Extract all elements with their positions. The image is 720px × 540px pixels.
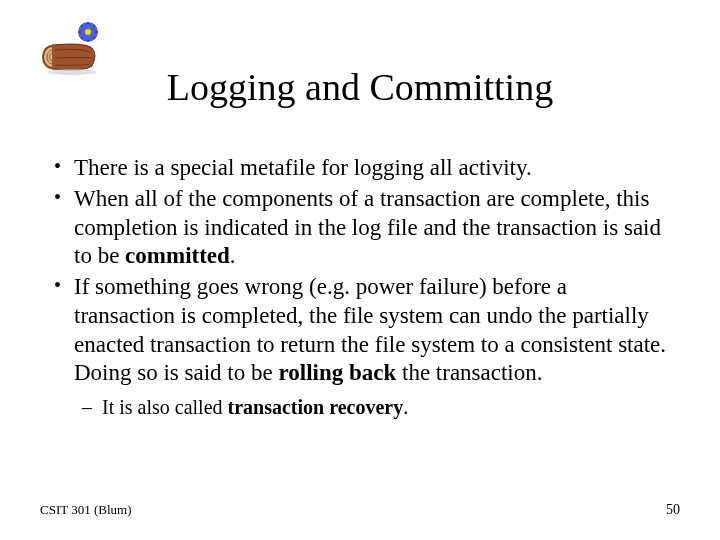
bullet-text: the transaction. bbox=[396, 360, 542, 385]
log-icon bbox=[40, 20, 110, 75]
slide-content: There is a special metafile for logging … bbox=[40, 154, 680, 420]
svg-point-1 bbox=[85, 29, 91, 35]
sub-bullet-item: It is also called transaction recovery. bbox=[50, 394, 670, 420]
bold-term: rolling back bbox=[278, 360, 396, 385]
bold-term: committed bbox=[125, 243, 230, 268]
slide-container: Logging and Committing There is a specia… bbox=[0, 0, 720, 540]
bullet-item: There is a special metafile for logging … bbox=[50, 154, 670, 183]
bullet-text: . bbox=[230, 243, 236, 268]
footer-course: CSIT 301 (Blum) bbox=[40, 502, 132, 518]
bullet-list: There is a special metafile for logging … bbox=[50, 154, 670, 388]
bullet-item: If something goes wrong (e.g. power fail… bbox=[50, 273, 670, 388]
footer-page-number: 50 bbox=[666, 502, 680, 518]
sub-bullet-text: . bbox=[403, 396, 408, 418]
slide-title: Logging and Committing bbox=[40, 65, 680, 109]
svg-point-6 bbox=[47, 69, 97, 75]
bullet-item: When all of the components of a transact… bbox=[50, 185, 670, 271]
sub-bullet-text: It is also called bbox=[102, 396, 228, 418]
log-clipart-icon bbox=[40, 20, 110, 75]
bold-term: transaction recovery bbox=[228, 396, 404, 418]
